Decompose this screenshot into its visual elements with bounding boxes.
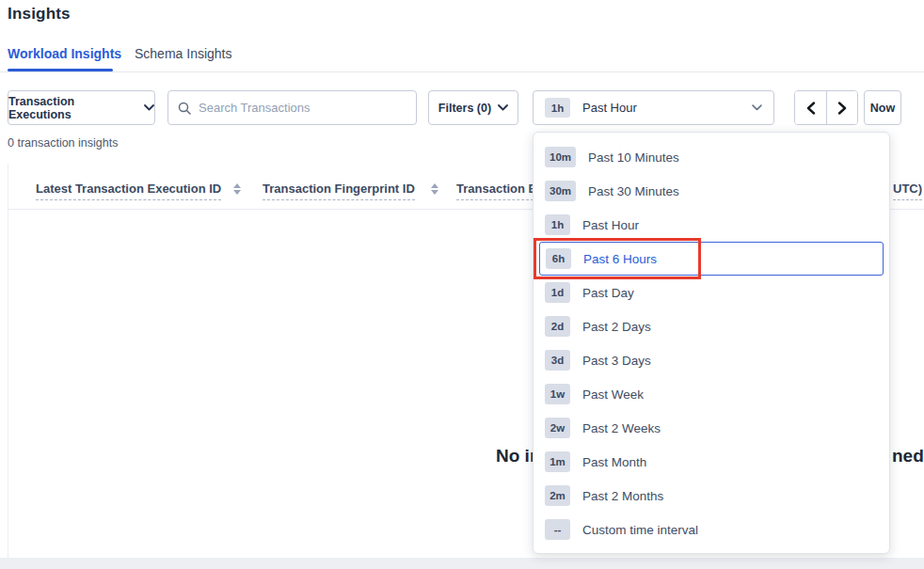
time-interval-option[interactable]: 10m Past 10 Minutes (534, 140, 889, 174)
time-interval-label: Past Hour (582, 101, 637, 115)
time-option-label: Past 3 Days (582, 354, 651, 368)
page-title: Insights (8, 5, 71, 24)
time-option-label: Past Month (582, 455, 646, 469)
time-option-label: Past Hour (582, 218, 639, 232)
time-option-label: Past 6 Hours (583, 252, 657, 266)
sort-icon[interactable] (233, 183, 241, 195)
time-option-badge: 6h (546, 248, 571, 269)
time-interval-option[interactable]: 30m Past 30 Minutes (534, 174, 889, 208)
time-option-label: Past 2 Days (582, 320, 651, 334)
insights-page: Insights Workload Insights Schema Insigh… (0, 0, 924, 569)
sort-icon[interactable] (431, 183, 438, 195)
time-interval-option[interactable]: 2m Past 2 Months (534, 479, 889, 513)
empty-state-message-end: ned. (892, 446, 924, 466)
time-option-label: Custom time interval (582, 523, 698, 537)
now-label: Now (870, 102, 895, 115)
insights-count: 0 transaction insights (8, 136, 118, 150)
time-nav-arrows (794, 90, 858, 125)
time-option-label: Past 2 Weeks (582, 421, 661, 435)
transaction-type-select[interactable]: Transaction Executions (8, 90, 155, 125)
time-interval-option[interactable]: 6h Past 6 Hours (539, 242, 884, 276)
column-header-utc-clipped[interactable]: UTC) (893, 182, 922, 200)
next-interval-button[interactable] (826, 91, 857, 124)
page-bottom-strip (0, 558, 924, 569)
transaction-type-label: Transaction Executions (8, 95, 137, 121)
search-input[interactable] (199, 101, 406, 115)
time-option-badge: 3d (545, 350, 570, 371)
time-option-badge: 10m (545, 147, 576, 167)
time-option-badge: 2m (545, 485, 570, 506)
time-option-badge: 2d (545, 316, 570, 337)
tab-workload-insights[interactable]: Workload Insights (8, 46, 121, 61)
time-interval-option[interactable]: 3d Past 3 Days (534, 343, 889, 377)
tabs-divider (0, 71, 924, 72)
time-interval-option[interactable]: 1m Past Month (534, 445, 889, 479)
time-interval-option[interactable]: 2d Past 2 Days (534, 309, 889, 343)
time-interval-option[interactable]: 1d Past Day (534, 276, 889, 309)
previous-interval-button[interactable] (795, 91, 826, 124)
chevron-down-icon (498, 104, 508, 111)
tab-schema-insights[interactable]: Schema Insights (135, 46, 232, 61)
time-option-badge: 1w (545, 384, 570, 404)
time-option-label: Past 30 Minutes (588, 184, 679, 198)
now-button[interactable]: Now (864, 90, 901, 125)
time-option-label: Past Day (582, 286, 634, 300)
time-interval-badge: 1h (545, 98, 570, 118)
search-box[interactable] (167, 90, 417, 125)
search-icon (178, 102, 191, 115)
filters-button[interactable]: Filters (0) (428, 90, 518, 125)
time-option-badge: 1h (545, 214, 570, 235)
chevron-down-icon (144, 104, 154, 111)
time-option-badge: -- (545, 519, 570, 540)
filters-label: Filters (0) (438, 102, 491, 115)
time-interval-option[interactable]: 1w Past Week (534, 377, 889, 411)
time-option-badge: 1m (545, 451, 570, 472)
time-interval-trigger[interactable]: 1h Past Hour (533, 90, 774, 125)
time-interval-option[interactable]: -- Custom time interval (534, 513, 889, 546)
time-option-label: Past 10 Minutes (588, 150, 679, 165)
column-header-latest-transaction-execution-id[interactable]: Latest Transaction Execution ID (36, 182, 221, 200)
time-interval-dropdown: 10m Past 10 Minutes 30m Past 30 Minutes … (533, 132, 890, 554)
time-interval-option[interactable]: 1h Past Hour (534, 208, 889, 242)
time-interval-option[interactable]: 2w Past 2 Weeks (534, 411, 889, 445)
time-option-label: Past Week (582, 387, 644, 402)
column-header-transaction-fingerprint-id[interactable]: Transaction Fingerprint ID (263, 182, 415, 200)
time-option-badge: 2w (545, 418, 570, 438)
column-header-transaction-execution-clipped[interactable]: Transaction Ex (456, 182, 543, 200)
chevron-down-icon (752, 104, 762, 111)
time-option-badge: 1d (545, 282, 570, 303)
time-option-label: Past 2 Months (582, 489, 663, 503)
time-option-badge: 30m (545, 181, 576, 201)
